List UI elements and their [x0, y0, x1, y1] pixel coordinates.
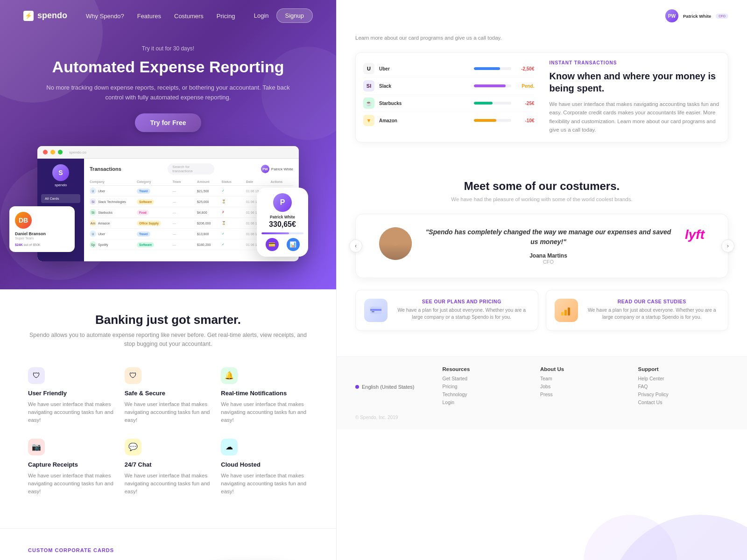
- trans-name: Starbucks: [379, 101, 469, 106]
- testimonial-name: Joana Martins: [421, 252, 676, 259]
- banking-section: Banking just got smarter. Spendo allows …: [0, 289, 336, 528]
- trans-row-starbucks: ☕ Starbucks -25€: [363, 95, 535, 112]
- trans-bar-fill: [474, 102, 493, 105]
- testimonial-prev[interactable]: ‹: [349, 239, 362, 252]
- testimonial-avatar-inner: [379, 227, 412, 260]
- pricing-card-title: SEE OUR PLANS AND PRICING: [394, 299, 529, 304]
- cta-card-pricing[interactable]: SEE OUR PLANS AND PRICING We have a plan…: [355, 290, 538, 331]
- logo-icon: ⚡: [23, 11, 34, 21]
- trans-bar-fill: [474, 67, 500, 70]
- phone-amount: 330,65€: [261, 220, 303, 229]
- dash-user-avatar: PW: [261, 165, 269, 173]
- hero-section: ⚡ spendo Why Spendo? Features Costumers …: [0, 0, 336, 289]
- pw-card: PW Patrick White CFO: [665, 9, 728, 22]
- svg-rect-2: [372, 311, 374, 312]
- testimonial-next[interactable]: ›: [721, 239, 734, 252]
- trans-bar: [474, 67, 511, 70]
- footer-link-team[interactable]: Team: [540, 376, 631, 381]
- footer-links: Resources Get Started Pricing Technology…: [443, 366, 729, 407]
- feature-desc: We have user interface that makes naviga…: [221, 472, 308, 496]
- svg-rect-1: [370, 309, 381, 311]
- feature-safe-secure: 🛡 Safe & Secure We have user interface t…: [125, 367, 212, 425]
- footer-link-login[interactable]: Login: [443, 399, 533, 405]
- testimonial-quote: "Spendo has completely changed the way w…: [421, 227, 676, 247]
- trans-row-slack: Sl Slack Pend.: [363, 77, 535, 95]
- left-panel: ⚡ spendo Why Spendo? Features Costumers …: [0, 0, 336, 560]
- footer-link-faq[interactable]: FAQ: [638, 384, 729, 389]
- dashboard-mockup: DB Daniel Branson Super Team $24K out of…: [37, 146, 299, 261]
- footer-col-support: Support Help Center FAQ Privacy Policy C…: [638, 366, 729, 407]
- trans-row-amazon: ▼ Amazon -10€: [363, 112, 535, 129]
- profile-role: Super Team: [15, 236, 69, 240]
- nav-links: Why Spendo? Features Costumers Pricing: [86, 12, 235, 20]
- phone-mockup: P Patrick White 330,65€ 💳 📊: [257, 188, 308, 257]
- dash-search[interactable]: Search for transactions: [168, 163, 214, 175]
- feature-desc: We have user interface that makes naviga…: [28, 472, 115, 496]
- trans-bar: [474, 84, 511, 87]
- customers-section: Meet some of our costumers. We have had …: [337, 166, 747, 357]
- nav-why-spendo[interactable]: Why Spendo?: [86, 13, 124, 20]
- footer-link-technology[interactable]: Technology: [443, 392, 533, 397]
- cta-cards: SEE OUR PLANS AND PRICING We have a plan…: [355, 290, 728, 331]
- login-link[interactable]: Login: [254, 12, 269, 19]
- footer-link-help[interactable]: Help Center: [638, 376, 729, 381]
- footer-col-resources: Resources Get Started Pricing Technology…: [443, 366, 533, 407]
- footer-link-privacy[interactable]: Privacy Policy: [638, 392, 729, 397]
- chat-icon: 💬: [125, 439, 141, 455]
- phone-action-expenses[interactable]: 📊: [287, 238, 300, 251]
- profile-avatar: DB: [15, 212, 32, 229]
- corp-label: CUSTOM CORPORATE CARDS: [28, 547, 159, 553]
- hero-content: Try it out for 30 days! Automated Expens…: [0, 31, 336, 132]
- footer-link-press[interactable]: Press: [540, 392, 631, 397]
- feature-title: Real-time Notifications: [221, 390, 308, 397]
- realtime-icon: 🔔: [221, 367, 238, 384]
- nav-costumers[interactable]: Costumers: [174, 13, 204, 20]
- feature-cloud: ☁ Cloud Hosted We have user interface th…: [221, 439, 308, 496]
- dash-user-name: Patrick White: [271, 167, 293, 171]
- svg-rect-5: [568, 308, 570, 315]
- phone-action-cards[interactable]: 💳: [266, 238, 279, 251]
- browser-url: spendo.co: [69, 150, 86, 154]
- phone-avatar: P: [273, 193, 292, 212]
- receipts-icon: 📷: [28, 439, 45, 455]
- trans-bar: [474, 102, 511, 105]
- dash-user-area: PW Patrick White: [261, 165, 293, 173]
- feature-title: 24/7 Chat: [125, 461, 212, 468]
- studies-card-title: READ OUR CASE STUDIES: [585, 299, 720, 304]
- lang-dot: [355, 385, 359, 389]
- trans-row-uber: U Uber -2,50€: [363, 60, 535, 77]
- pricing-card-desc: We have a plan for just about everyone. …: [394, 307, 529, 322]
- footer-link-pricing[interactable]: Pricing: [443, 384, 533, 389]
- cta-button[interactable]: Try for Free: [135, 113, 201, 132]
- testimonial-wrapper: ‹ › "Spendo has completely changed the w…: [355, 214, 728, 278]
- footer-link-jobs[interactable]: Jobs: [540, 384, 631, 389]
- features-grid: 🛡 User Friendly We have user interface t…: [28, 367, 308, 496]
- pw-top-area: PW Patrick White CFO: [355, 9, 728, 29]
- customers-subtitle: We have had the pleasure of working with…: [355, 196, 728, 202]
- trial-text: Try it out for 30 days!: [37, 45, 299, 52]
- browser-dot-red: [43, 150, 48, 154]
- footer-lang: English (United States): [355, 384, 415, 390]
- nav-pricing[interactable]: Pricing: [217, 13, 235, 20]
- footer-col-title: About Us: [540, 366, 631, 372]
- dash-logo-circle: S: [52, 164, 69, 181]
- pw-avatar: PW: [665, 9, 678, 22]
- instant-title: Know when and where your money is being …: [550, 70, 721, 94]
- studies-card-desc: We have a plan for just about everyone. …: [585, 307, 720, 322]
- footer-link-get-started[interactable]: Get Started: [443, 376, 533, 381]
- trans-bar-fill: [474, 84, 506, 87]
- hero-title: Automated Expense Reporting: [37, 57, 299, 77]
- pw-name: Patrick White: [683, 14, 711, 19]
- logo: ⚡ spendo: [23, 11, 67, 21]
- testimonial-content: "Spendo has completely changed the way w…: [421, 227, 676, 265]
- instant-trans-content: INSTANT TRANSACTIONS Know when and where…: [542, 60, 721, 134]
- cta-card-studies[interactable]: READ OUR CASE STUDIES We have a plan for…: [546, 290, 729, 331]
- studies-card-icon: [555, 299, 578, 322]
- phone-actions: 💳 📊: [261, 238, 303, 251]
- signup-button[interactable]: Signup: [276, 8, 313, 23]
- footer-link-contact[interactable]: Contact Us: [638, 399, 729, 405]
- right-top: PW Patrick White CFO Learn more about ou…: [337, 0, 747, 166]
- nav-features[interactable]: Features: [137, 13, 161, 20]
- trans-name: Slack: [379, 84, 469, 89]
- dash-nav-all-cards[interactable]: All Cards: [41, 194, 80, 203]
